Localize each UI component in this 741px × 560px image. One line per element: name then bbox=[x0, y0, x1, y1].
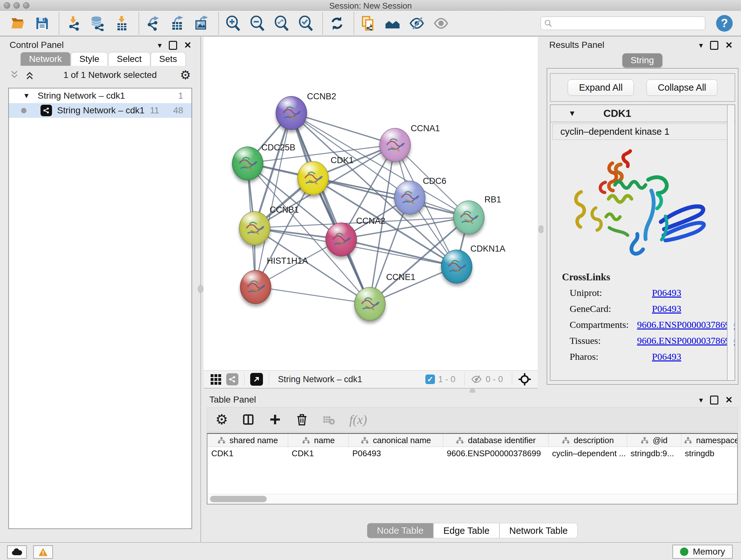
tab-edge-table[interactable]: Edge Table bbox=[433, 523, 499, 538]
node-table[interactable]: shared namenamecanonical namedatabase id… bbox=[207, 433, 738, 504]
zoom-selected-icon[interactable] bbox=[297, 15, 314, 32]
tab-network-table[interactable]: Network Table bbox=[499, 523, 578, 538]
tab-node-table[interactable]: Node Table bbox=[367, 523, 433, 538]
column-header-description[interactable]: description bbox=[548, 434, 627, 447]
network-node-CDK1[interactable] bbox=[297, 161, 329, 195]
expand-all-icon[interactable] bbox=[25, 70, 35, 80]
collapse-all-button[interactable]: Collapse All bbox=[647, 79, 718, 96]
import-table-icon[interactable] bbox=[114, 15, 130, 32]
hide-selected-icon[interactable] bbox=[408, 15, 425, 32]
network-edge[interactable] bbox=[255, 287, 369, 304]
table-options-gear-icon[interactable]: ⚙ bbox=[215, 413, 228, 427]
table-cell[interactable]: cyclin–dependent ... bbox=[548, 447, 627, 460]
import-network-from-database-icon[interactable] bbox=[89, 15, 106, 32]
crosslink-link[interactable]: P06493 bbox=[652, 287, 681, 298]
table-hscrollbar[interactable] bbox=[207, 494, 737, 504]
panel-close-icon[interactable]: ✕ bbox=[725, 40, 733, 51]
crosslink-link[interactable]: 9606.ENSP00000378699 bbox=[637, 335, 735, 346]
tab-style[interactable]: Style bbox=[71, 52, 108, 66]
search-box[interactable] bbox=[541, 17, 705, 30]
table-row[interactable]: CDK1CDK1P064939606.ENSP00000378699cyclin… bbox=[207, 447, 737, 460]
gene-collapse-icon[interactable]: ▼ bbox=[568, 109, 576, 118]
show-columns-icon[interactable] bbox=[242, 413, 255, 426]
hscrollbar-thumb[interactable] bbox=[210, 496, 267, 502]
panel-float-icon[interactable] bbox=[169, 41, 177, 50]
column-header-shared-name[interactable]: shared name bbox=[207, 434, 288, 447]
network-node-CCNB1[interactable] bbox=[239, 211, 270, 245]
export-network-icon[interactable] bbox=[145, 15, 161, 32]
panel-float-icon[interactable] bbox=[710, 41, 718, 50]
expand-all-button[interactable]: Expand All bbox=[568, 79, 634, 96]
panel-menu-icon[interactable]: ▾ bbox=[699, 41, 703, 50]
delete-column-icon[interactable] bbox=[295, 413, 308, 426]
fit-content-crosshair-icon[interactable] bbox=[518, 373, 531, 386]
column-header-name[interactable]: name bbox=[288, 434, 348, 447]
search-input[interactable] bbox=[555, 18, 702, 28]
import-network-icon[interactable] bbox=[65, 15, 82, 32]
right-splitter-handle[interactable] bbox=[538, 226, 544, 233]
tab-select[interactable]: Select bbox=[108, 52, 150, 66]
help-icon[interactable]: ? bbox=[716, 15, 733, 32]
table-cell[interactable]: 9606.ENSP00000378699 bbox=[443, 447, 548, 460]
network-node-CCNE1[interactable] bbox=[354, 287, 386, 321]
show-hidden-icon[interactable] bbox=[433, 15, 449, 32]
left-splitter-handle[interactable] bbox=[198, 285, 203, 293]
zoom-in-icon[interactable] bbox=[225, 15, 241, 32]
refresh-icon[interactable] bbox=[329, 15, 345, 32]
export-table-icon[interactable] bbox=[169, 15, 186, 32]
panel-close-icon[interactable]: ✕ bbox=[725, 395, 733, 405]
birds-eye-view-icon[interactable] bbox=[250, 373, 263, 386]
results-scrollbar[interactable] bbox=[727, 105, 734, 380]
panel-menu-icon[interactable]: ▾ bbox=[699, 395, 703, 405]
cloud-status-button[interactable] bbox=[7, 545, 27, 559]
network-node-CCNA1[interactable] bbox=[380, 128, 411, 162]
crosslink-link[interactable]: P06493 bbox=[652, 303, 681, 314]
vertical-splitter[interactable] bbox=[538, 37, 543, 390]
collection-expand-icon[interactable]: ▼ bbox=[23, 91, 32, 100]
collapse-all-icon[interactable] bbox=[10, 70, 19, 80]
network-node-CDC25B[interactable] bbox=[232, 146, 263, 180]
crosslink-link[interactable]: 9606.ENSP00000378699 bbox=[637, 319, 735, 330]
panel-float-icon[interactable] bbox=[710, 395, 718, 405]
tab-network[interactable]: Network bbox=[20, 52, 71, 66]
save-session-icon[interactable] bbox=[34, 15, 51, 32]
export-image-icon[interactable] bbox=[193, 15, 210, 32]
table-cell[interactable]: stringdb bbox=[681, 447, 738, 460]
table-cell[interactable]: stringdb:9... bbox=[627, 447, 681, 460]
network-node-CDC6[interactable] bbox=[394, 181, 425, 214]
delete-table-icon[interactable] bbox=[322, 413, 335, 426]
column-header-@id[interactable]: @id bbox=[627, 434, 681, 447]
table-cell[interactable]: CDK1 bbox=[288, 447, 348, 460]
network-share-icon[interactable] bbox=[226, 373, 239, 385]
column-header-database-identifier[interactable]: database identifier bbox=[443, 434, 548, 447]
column-header-namespace[interactable]: namespace bbox=[681, 434, 738, 447]
network-node-RB1[interactable] bbox=[453, 200, 484, 234]
column-header-canonical-name[interactable]: canonical name bbox=[348, 434, 443, 447]
network-options-gear-icon[interactable]: ⚙ bbox=[180, 69, 191, 81]
memory-button[interactable]: Memory bbox=[672, 545, 733, 559]
network-node-CCNB2[interactable] bbox=[276, 96, 307, 130]
panel-menu-icon[interactable]: ▾ bbox=[158, 41, 161, 50]
table-cell[interactable]: P06493 bbox=[348, 447, 443, 460]
add-column-icon[interactable] bbox=[269, 413, 281, 426]
clone-network-icon[interactable] bbox=[360, 15, 377, 32]
zoom-out-icon[interactable] bbox=[249, 15, 266, 32]
network-canvas[interactable]: CCNB2CCNA1CDC25BCDK1CDC6RB1CCNB1CCNA2CDK… bbox=[204, 37, 538, 370]
zoom-fit-icon[interactable] bbox=[273, 15, 290, 32]
panel-close-icon[interactable]: ✕ bbox=[184, 40, 192, 51]
crosslink-link[interactable]: P06493 bbox=[652, 351, 681, 362]
tab-sets[interactable]: Sets bbox=[151, 52, 186, 66]
network-node-HIST1H1A[interactable] bbox=[240, 270, 271, 304]
table-cell[interactable]: CDK1 bbox=[207, 447, 288, 460]
network-node-CDKN1A[interactable] bbox=[441, 250, 472, 284]
warnings-button[interactable] bbox=[33, 545, 53, 559]
hidden-eye-slash-icon[interactable] bbox=[470, 374, 482, 385]
gene-card-header[interactable]: ▼ CDK1 bbox=[550, 105, 735, 122]
network-collection-row[interactable]: ▼ String Network – cdk1 1 bbox=[9, 88, 192, 103]
network-row[interactable]: String Network – cdk1 11 48 bbox=[9, 103, 192, 118]
tab-string[interactable]: String bbox=[622, 53, 662, 67]
selected-nodes-checkbox-icon[interactable]: ✓ bbox=[425, 374, 435, 384]
grid-view-icon[interactable] bbox=[211, 374, 221, 385]
show-all-nests-icon[interactable] bbox=[384, 15, 401, 32]
network-node-CCNA2[interactable] bbox=[326, 223, 357, 256]
